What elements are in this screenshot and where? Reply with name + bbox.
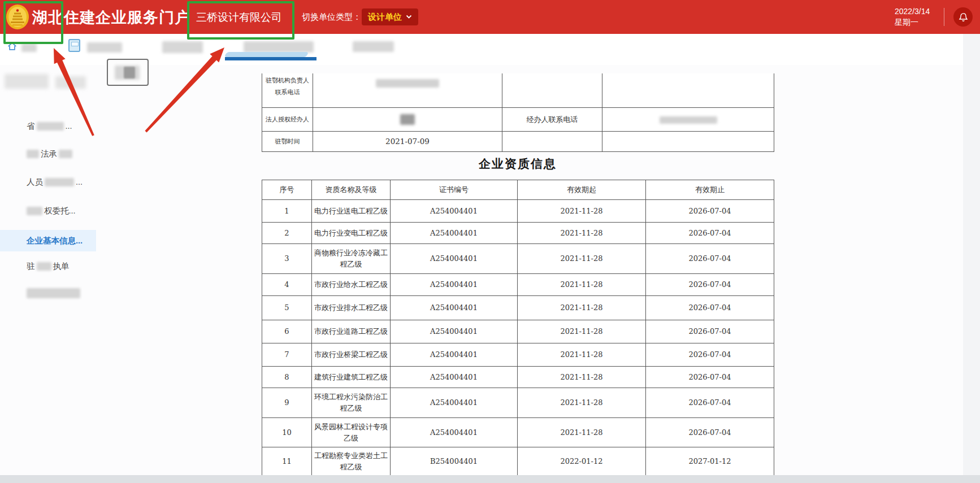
cell-start: 2021-11-28 (518, 223, 646, 244)
nav-item-blurred[interactable] (87, 42, 122, 53)
cell-name: 工程勘察专业类岩土工程乙级 (312, 447, 391, 476)
cell-end: 2026-07-04 (646, 343, 774, 367)
redacted-text (37, 262, 51, 271)
cell-start: 2021-11-28 (518, 200, 646, 223)
cell-seq: 7 (262, 343, 312, 367)
redacted-text (37, 122, 64, 130)
cell-end: 2027-01-12 (646, 447, 774, 476)
cell-name: 市政行业桥梁工程乙级 (312, 343, 391, 367)
sidebar-item-2[interactable]: 法承 (27, 148, 72, 159)
cell-seq: 2 (262, 223, 312, 244)
sidebar-item-6[interactable]: 驻 执单 (27, 260, 70, 272)
cell-start: 2021-11-28 (518, 296, 646, 320)
cell-end: 2026-07-04 (646, 320, 774, 343)
table-row: 5 市政行业排水工程乙级 A254004401 2021-11-28 2026-… (262, 296, 774, 320)
table-header-row: 序号 资质名称及等级 证书编号 有效期起 有效期止 (262, 180, 774, 200)
cell-cert: A254004401 (391, 296, 518, 320)
sidebar-item-text: 法承 (41, 149, 57, 159)
app-window: 湖北住建企业服务门户 三桥设计有限公司 切换单位类型： 设计单位 2022/3/… (0, 0, 980, 483)
unit-type-value: 设计单位 (368, 12, 402, 23)
sidebar-item-text: 执单 (53, 261, 70, 272)
empty-cell (502, 73, 602, 107)
sidebar-item-text: 权委托... (44, 206, 76, 216)
cell-start: 2021-11-28 (518, 244, 646, 274)
cell-cert: A254004401 (391, 320, 518, 343)
sidebar-item-3[interactable]: 人员 ... (27, 176, 83, 188)
home-icon[interactable] (7, 41, 18, 51)
cell-end: 2026-07-04 (646, 244, 774, 274)
cell-name: 环境工程水污染防治工程乙级 (312, 388, 391, 418)
qualification-table: 序号 资质名称及等级 证书编号 有效期起 有效期止 1 电力行业送电工程乙级 A… (262, 180, 774, 476)
nav-item-blurred[interactable] (353, 41, 394, 52)
field-value-blurred (313, 73, 502, 107)
table-row: 6 市政行业道路工程乙级 A254004401 2021-11-28 2026-… (262, 320, 774, 343)
sidebar-item-4[interactable]: 权委托... (27, 205, 76, 216)
cell-seq: 10 (262, 418, 312, 447)
section-title: 企业资质信息 (262, 156, 774, 172)
field-label: 驻鄂机构负责人联系电话 (262, 73, 313, 107)
cell-name: 电力行业变电工程乙级 (312, 223, 391, 244)
sidebar-item-7[interactable] (27, 288, 80, 299)
cell-seq: 9 (262, 388, 312, 418)
active-tab-highlight (224, 52, 309, 57)
sidebar-title-blurred (5, 74, 49, 89)
nav-tab-active-label-blurred[interactable] (244, 41, 314, 53)
header-bar: 湖北住建企业服务门户 三桥设计有限公司 切换单位类型： 设计单位 2022/3/… (0, 0, 980, 34)
sidebar-item-1[interactable]: 省 ... (27, 120, 72, 132)
nav-item-home-blurred[interactable] (21, 43, 37, 52)
cell-name: 市政行业排水工程乙级 (312, 296, 391, 320)
datetime-display: 2022/3/14 星期一 (895, 6, 930, 28)
cell-start: 2021-11-28 (518, 388, 646, 418)
cell-seq: 4 (262, 274, 312, 296)
cell-name: 建筑行业建筑工程乙级 (312, 367, 391, 388)
empty-cell (602, 131, 774, 151)
cell-cert: A254004401 (391, 244, 518, 274)
column-header: 序号 (262, 180, 312, 200)
cell-end: 2026-07-04 (646, 388, 774, 418)
cell-cert: A254004401 (391, 343, 518, 367)
cell-cert: A254004401 (391, 223, 518, 244)
notification-bell-button[interactable] (953, 7, 973, 27)
sidebar-item-text: 企业基本信息... (27, 236, 83, 246)
table-row: 3 商物粮行业冷冻冷藏工程乙级 A254004401 2021-11-28 20… (262, 244, 774, 274)
popup-box-blurred (107, 59, 149, 86)
cell-start: 2021-11-28 (518, 418, 646, 447)
switch-unit-type-label: 切换单位类型： (302, 12, 361, 23)
cell-start: 2021-11-28 (518, 274, 646, 296)
cell-end: 2026-07-04 (646, 200, 774, 223)
cell-start: 2022-01-12 (518, 447, 646, 476)
cell-end: 2026-07-04 (646, 367, 774, 388)
cell-start: 2021-11-28 (518, 320, 646, 343)
table-row: 驻鄂时间 2021-07-09 (262, 131, 774, 151)
sidebar-item-company-basic-info[interactable]: 企业基本信息... (27, 235, 83, 246)
cell-end: 2026-07-04 (646, 223, 774, 244)
active-tab-underline (225, 57, 316, 60)
table-row: 9 环境工程水污染防治工程乙级 A254004401 2021-11-28 20… (262, 388, 774, 418)
cell-cert: A254004401 (391, 200, 518, 223)
column-header: 有效期起 (518, 180, 646, 200)
sidebar-title-blurred (55, 76, 86, 89)
unit-type-dropdown[interactable]: 设计单位 (362, 8, 418, 25)
sidebar-item-text: 省 (27, 121, 35, 132)
nav-item-blurred[interactable] (162, 41, 203, 53)
cell-seq: 1 (262, 200, 312, 223)
cell-name: 风景园林工程设计专项乙级 (312, 418, 391, 447)
table-row: 8 建筑行业建筑工程乙级 A254004401 2021-11-28 2026-… (262, 367, 774, 388)
empty-cell (602, 73, 774, 107)
cell-name: 电力行业送电工程乙级 (312, 200, 391, 223)
field-label: 驻鄂时间 (262, 131, 313, 151)
cell-cert: A254004401 (391, 418, 518, 447)
cell-start: 2021-11-28 (518, 367, 646, 388)
column-header: 有效期止 (646, 180, 774, 200)
empty-cell (502, 131, 602, 151)
sidebar-item-text: ... (66, 121, 72, 130)
header-divider (944, 8, 944, 26)
page-title: 湖北住建企业服务门户 (32, 7, 190, 28)
field-value: 2021-07-09 (313, 131, 502, 151)
national-emblem-logo (6, 4, 29, 30)
cell-end: 2026-07-04 (646, 418, 774, 447)
redacted-text (45, 178, 74, 186)
chevron-down-icon (406, 15, 412, 19)
column-header: 资质名称及等级 (312, 180, 391, 200)
cell-cert: B254004401 (391, 447, 518, 476)
